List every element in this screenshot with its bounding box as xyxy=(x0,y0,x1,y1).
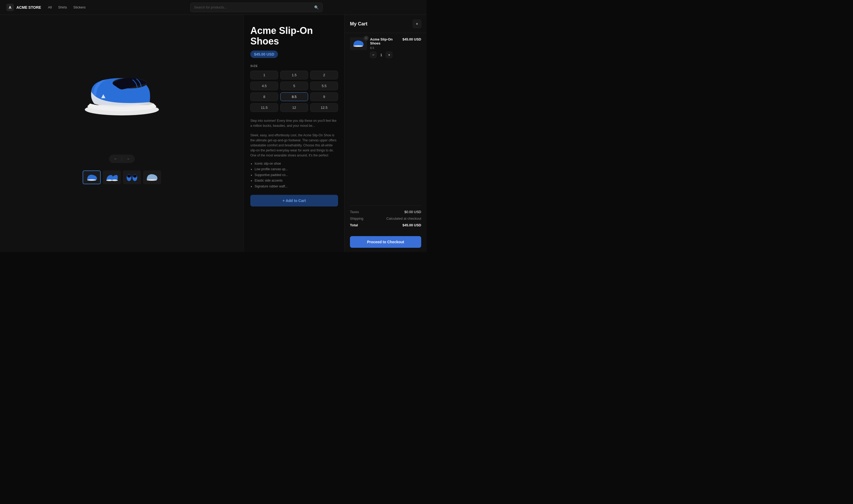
svg-point-8 xyxy=(127,175,131,178)
cart-items-list: × Acme Slip-On Shoes $45.00 USD 8.5 − 1 … xyxy=(345,33,426,205)
search-bar[interactable]: 🔍 xyxy=(190,3,323,12)
svg-point-9 xyxy=(133,175,137,178)
cart-item-name: Acme Slip-On Shoes xyxy=(370,37,402,45)
checkout-button[interactable]: Proceed to Checkout xyxy=(350,236,421,248)
size-5[interactable]: 5 xyxy=(280,82,308,90)
product-description-2: Sleek, easy, and effortlessly cool, the … xyxy=(250,133,338,157)
feature-1: Iconic slip-on shoe xyxy=(255,161,338,167)
product-price: $45.00 USD xyxy=(250,51,278,58)
logo: A ACME STORE xyxy=(6,4,41,11)
size-8[interactable]: 8 xyxy=(250,92,278,101)
size-5-5[interactable]: 5.5 xyxy=(310,82,338,90)
feature-5: Signature rubber waff... xyxy=(255,184,338,190)
total-label: Total xyxy=(350,223,358,227)
size-1[interactable]: 1 xyxy=(250,71,278,79)
quantity-value: 1 xyxy=(379,53,383,57)
taxes-label: Taxes xyxy=(350,210,359,214)
cart-item: × Acme Slip-On Shoes $45.00 USD 8.5 − 1 … xyxy=(350,37,421,58)
size-1-5[interactable]: 1.5 xyxy=(280,71,308,79)
product-features: Iconic slip-on shoe Low profile canvas u… xyxy=(250,161,338,190)
svg-point-11 xyxy=(353,45,363,47)
feature-2: Low profile canvas up... xyxy=(255,166,338,172)
nav-link-shirts[interactable]: Shirts xyxy=(58,4,68,10)
thumbnail-3[interactable] xyxy=(123,170,141,184)
product-area: ← → xyxy=(0,15,244,252)
cart-item-remove-button[interactable]: × xyxy=(364,36,368,40)
grand-total-row: Total $45.00 USD xyxy=(350,223,421,227)
size-grid: 1 1.5 2 4.5 5 5.5 8 8.5 9 11.5 12 12.5 xyxy=(250,71,338,112)
size-label: SIZE xyxy=(250,64,338,68)
svg-point-3 xyxy=(87,179,96,181)
main-content: ← → xyxy=(0,15,426,252)
add-to-cart-button[interactable]: + Add to Cart xyxy=(250,195,338,206)
shipping-row: Shipping Calculated at checkout xyxy=(350,217,421,220)
cart-header: My Cart × xyxy=(345,15,426,33)
product-details: Acme Slip-On Shoes $45.00 USD SIZE 1 1.5… xyxy=(244,15,344,252)
size-2[interactable]: 2 xyxy=(310,71,338,79)
product-description-1: Step into summer! Every time you slip th… xyxy=(250,118,338,128)
size-9[interactable]: 9 xyxy=(310,92,338,101)
quantity-increase-button[interactable]: + xyxy=(386,52,392,58)
total-value: $45.00 USD xyxy=(402,223,421,227)
cart-sidebar: My Cart × × Acme Slip-On Shoes $45.00 US… xyxy=(344,15,426,252)
size-12[interactable]: 12 xyxy=(280,103,308,112)
cart-close-button[interactable]: × xyxy=(413,20,421,28)
prev-arrow[interactable]: ← xyxy=(114,157,118,161)
store-name: ACME STORE xyxy=(16,5,41,10)
size-8-5[interactable]: 8.5 xyxy=(280,92,308,101)
size-12-5[interactable]: 12.5 xyxy=(310,103,338,112)
svg-point-10 xyxy=(147,179,157,181)
feature-3: Supportive padded co... xyxy=(255,172,338,178)
cart-item-price: $45.00 USD xyxy=(402,37,421,41)
thumbnail-strip xyxy=(0,168,244,186)
search-input[interactable] xyxy=(194,5,312,9)
product-image-main: ← → xyxy=(0,15,244,168)
cart-totals: Taxes $0.00 USD Shipping Calculated at c… xyxy=(345,206,426,234)
thumbnail-1[interactable] xyxy=(83,170,101,184)
taxes-row: Taxes $0.00 USD xyxy=(350,210,421,214)
shipping-label: Shipping xyxy=(350,217,363,220)
cart-item-size: 8.5 xyxy=(370,46,421,50)
logo-icon: A xyxy=(6,4,14,11)
size-4-5[interactable]: 4.5 xyxy=(250,82,278,90)
nav-link-stickers[interactable]: Stickers xyxy=(73,4,86,10)
svg-point-5 xyxy=(111,179,118,181)
size-11-5[interactable]: 11.5 xyxy=(250,103,278,112)
nav-links: All Shirts Stickers xyxy=(48,4,86,10)
navbar: A ACME STORE All Shirts Stickers 🔍 xyxy=(0,0,426,15)
search-icon: 🔍 xyxy=(314,5,319,10)
cart-item-quantity: − 1 + xyxy=(370,52,421,58)
cart-item-info: Acme Slip-On Shoes $45.00 USD 8.5 − 1 + xyxy=(370,37,421,58)
product-image xyxy=(80,65,164,118)
taxes-value: $0.00 USD xyxy=(404,210,421,214)
image-nav-arrows: ← → xyxy=(109,155,135,163)
product-title: Acme Slip-On Shoes xyxy=(250,25,338,46)
shipping-value: Calculated at checkout xyxy=(386,217,421,220)
thumbnail-4[interactable] xyxy=(143,170,161,184)
quantity-decrease-button[interactable]: − xyxy=(370,52,377,58)
feature-4: Elastic side accents xyxy=(255,178,338,184)
next-arrow[interactable]: → xyxy=(126,157,130,161)
nav-link-all[interactable]: All xyxy=(48,4,52,10)
cart-title: My Cart xyxy=(350,21,367,27)
thumbnail-2[interactable] xyxy=(103,170,121,184)
